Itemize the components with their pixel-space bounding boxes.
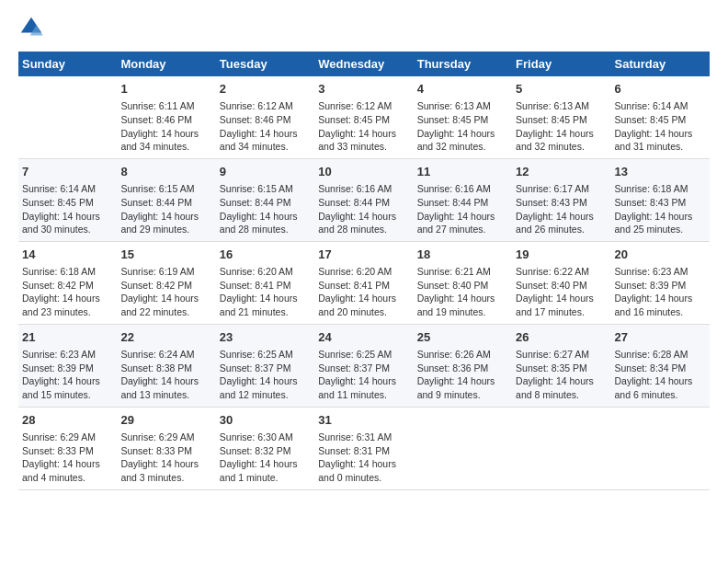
calendar-cell: 2Sunrise: 6:12 AMSunset: 8:46 PMDaylight… xyxy=(216,76,314,158)
week-row-2: 7Sunrise: 6:14 AMSunset: 8:45 PMDaylight… xyxy=(18,158,710,241)
day-number: 15 xyxy=(120,247,211,263)
week-row-3: 14Sunrise: 6:18 AMSunset: 8:42 PMDayligh… xyxy=(18,241,710,324)
calendar-cell: 7Sunrise: 6:14 AMSunset: 8:45 PMDaylight… xyxy=(18,158,117,241)
cell-info: Sunrise: 6:20 AMSunset: 8:41 PMDaylight:… xyxy=(220,265,311,319)
cell-info: Sunrise: 6:26 AMSunset: 8:36 PMDaylight:… xyxy=(417,348,508,402)
header-day-monday: Monday xyxy=(117,52,215,76)
cell-info: Sunrise: 6:29 AMSunset: 8:33 PMDaylight:… xyxy=(22,431,113,485)
cell-info: Sunrise: 6:22 AMSunset: 8:40 PMDaylight:… xyxy=(516,265,607,319)
cell-info: Sunrise: 6:13 AMSunset: 8:45 PMDaylight:… xyxy=(417,99,508,154)
day-number: 24 xyxy=(318,329,409,346)
cell-info: Sunrise: 6:27 AMSunset: 8:35 PMDaylight:… xyxy=(516,348,607,402)
calendar-cell: 15Sunrise: 6:19 AMSunset: 8:42 PMDayligh… xyxy=(117,241,215,324)
calendar-cell: 10Sunrise: 6:16 AMSunset: 8:44 PMDayligh… xyxy=(314,158,413,241)
calendar-cell: 23Sunrise: 6:25 AMSunset: 8:37 PMDayligh… xyxy=(216,324,314,407)
cell-info: Sunrise: 6:11 AMSunset: 8:46 PMDaylight:… xyxy=(120,99,211,154)
calendar-cell: 24Sunrise: 6:25 AMSunset: 8:37 PMDayligh… xyxy=(314,324,413,407)
cell-info: Sunrise: 6:16 AMSunset: 8:44 PMDaylight:… xyxy=(318,182,409,236)
cell-info: Sunrise: 6:12 AMSunset: 8:46 PMDaylight:… xyxy=(220,99,311,154)
cell-info: Sunrise: 6:17 AMSunset: 8:43 PMDaylight:… xyxy=(516,182,607,236)
cell-info: Sunrise: 6:16 AMSunset: 8:44 PMDaylight:… xyxy=(417,182,508,236)
calendar-cell: 11Sunrise: 6:16 AMSunset: 8:44 PMDayligh… xyxy=(414,158,512,241)
day-number: 28 xyxy=(22,412,113,429)
day-number: 7 xyxy=(22,164,113,180)
day-number: 11 xyxy=(417,164,508,180)
header-day-sunday: Sunday xyxy=(18,52,117,76)
cell-info: Sunrise: 6:30 AMSunset: 8:32 PMDaylight:… xyxy=(220,431,311,485)
calendar-cell: 27Sunrise: 6:28 AMSunset: 8:34 PMDayligh… xyxy=(611,324,710,407)
calendar-cell: 12Sunrise: 6:17 AMSunset: 8:43 PMDayligh… xyxy=(512,158,610,241)
cell-info: Sunrise: 6:20 AMSunset: 8:41 PMDaylight:… xyxy=(318,265,409,319)
cell-info: Sunrise: 6:25 AMSunset: 8:37 PMDaylight:… xyxy=(220,348,311,402)
cell-info: Sunrise: 6:18 AMSunset: 8:42 PMDaylight:… xyxy=(22,265,113,319)
cell-info: Sunrise: 6:25 AMSunset: 8:37 PMDaylight:… xyxy=(318,348,409,402)
week-row-4: 21Sunrise: 6:23 AMSunset: 8:39 PMDayligh… xyxy=(18,324,710,407)
day-number: 25 xyxy=(417,329,508,346)
calendar-cell: 1Sunrise: 6:11 AMSunset: 8:46 PMDaylight… xyxy=(117,76,215,158)
calendar-cell: 31Sunrise: 6:31 AMSunset: 8:31 PMDayligh… xyxy=(314,407,413,489)
calendar-cell: 5Sunrise: 6:13 AMSunset: 8:45 PMDaylight… xyxy=(512,76,610,158)
calendar-cell xyxy=(18,76,117,158)
calendar-cell: 8Sunrise: 6:15 AMSunset: 8:44 PMDaylight… xyxy=(117,158,215,241)
header-day-thursday: Thursday xyxy=(414,52,512,76)
day-number: 20 xyxy=(615,247,706,263)
day-number: 4 xyxy=(417,81,508,98)
cell-info: Sunrise: 6:21 AMSunset: 8:40 PMDaylight:… xyxy=(417,265,508,319)
calendar-cell: 28Sunrise: 6:29 AMSunset: 8:33 PMDayligh… xyxy=(18,407,117,489)
day-number: 2 xyxy=(220,81,311,98)
cell-info: Sunrise: 6:14 AMSunset: 8:45 PMDaylight:… xyxy=(615,99,706,154)
day-number: 17 xyxy=(318,247,409,263)
day-number: 29 xyxy=(120,412,211,429)
header-day-tuesday: Tuesday xyxy=(216,52,314,76)
calendar-cell: 29Sunrise: 6:29 AMSunset: 8:33 PMDayligh… xyxy=(117,407,215,489)
logo-icon xyxy=(18,15,44,40)
cell-info: Sunrise: 6:15 AMSunset: 8:44 PMDaylight:… xyxy=(220,182,311,236)
calendar-cell xyxy=(414,407,512,489)
day-number: 18 xyxy=(417,247,508,263)
day-number: 27 xyxy=(615,329,706,346)
cell-info: Sunrise: 6:18 AMSunset: 8:43 PMDaylight:… xyxy=(615,182,706,236)
day-number: 16 xyxy=(220,247,311,263)
header xyxy=(18,15,710,40)
calendar-table: SundayMondayTuesdayWednesdayThursdayFrid… xyxy=(18,52,710,490)
day-number: 12 xyxy=(516,164,607,180)
day-number: 1 xyxy=(120,81,211,98)
day-number: 19 xyxy=(516,247,607,263)
cell-info: Sunrise: 6:23 AMSunset: 8:39 PMDaylight:… xyxy=(22,348,113,402)
calendar-cell: 3Sunrise: 6:12 AMSunset: 8:45 PMDaylight… xyxy=(314,76,413,158)
day-number: 8 xyxy=(120,164,211,180)
calendar-cell: 20Sunrise: 6:23 AMSunset: 8:39 PMDayligh… xyxy=(611,241,710,324)
calendar-cell: 14Sunrise: 6:18 AMSunset: 8:42 PMDayligh… xyxy=(18,241,117,324)
day-number: 31 xyxy=(318,412,409,429)
header-day-saturday: Saturday xyxy=(611,52,710,76)
calendar-cell: 18Sunrise: 6:21 AMSunset: 8:40 PMDayligh… xyxy=(414,241,512,324)
day-number: 22 xyxy=(120,329,211,346)
calendar-cell: 26Sunrise: 6:27 AMSunset: 8:35 PMDayligh… xyxy=(512,324,610,407)
cell-info: Sunrise: 6:13 AMSunset: 8:45 PMDaylight:… xyxy=(516,99,607,154)
logo xyxy=(18,15,48,40)
cell-info: Sunrise: 6:28 AMSunset: 8:34 PMDaylight:… xyxy=(615,348,706,402)
calendar-cell: 22Sunrise: 6:24 AMSunset: 8:38 PMDayligh… xyxy=(117,324,215,407)
calendar-cell: 4Sunrise: 6:13 AMSunset: 8:45 PMDaylight… xyxy=(414,76,512,158)
day-number: 13 xyxy=(615,164,706,180)
header-day-friday: Friday xyxy=(512,52,610,76)
cell-info: Sunrise: 6:23 AMSunset: 8:39 PMDaylight:… xyxy=(615,265,706,319)
week-row-5: 28Sunrise: 6:29 AMSunset: 8:33 PMDayligh… xyxy=(18,407,710,489)
day-number: 21 xyxy=(22,329,113,346)
cell-info: Sunrise: 6:12 AMSunset: 8:45 PMDaylight:… xyxy=(318,99,409,154)
cell-info: Sunrise: 6:15 AMSunset: 8:44 PMDaylight:… xyxy=(120,182,211,236)
day-number: 5 xyxy=(516,81,607,98)
cell-info: Sunrise: 6:29 AMSunset: 8:33 PMDaylight:… xyxy=(120,431,211,485)
day-number: 14 xyxy=(22,247,113,263)
day-number: 3 xyxy=(318,81,409,98)
calendar-cell: 25Sunrise: 6:26 AMSunset: 8:36 PMDayligh… xyxy=(414,324,512,407)
day-number: 26 xyxy=(516,329,607,346)
calendar-cell: 19Sunrise: 6:22 AMSunset: 8:40 PMDayligh… xyxy=(512,241,610,324)
day-number: 30 xyxy=(220,412,311,429)
calendar-cell: 13Sunrise: 6:18 AMSunset: 8:43 PMDayligh… xyxy=(611,158,710,241)
calendar-cell: 30Sunrise: 6:30 AMSunset: 8:32 PMDayligh… xyxy=(216,407,314,489)
calendar-cell xyxy=(512,407,610,489)
day-number: 6 xyxy=(615,81,706,98)
calendar-cell: 16Sunrise: 6:20 AMSunset: 8:41 PMDayligh… xyxy=(216,241,314,324)
cell-info: Sunrise: 6:24 AMSunset: 8:38 PMDaylight:… xyxy=(120,348,211,402)
